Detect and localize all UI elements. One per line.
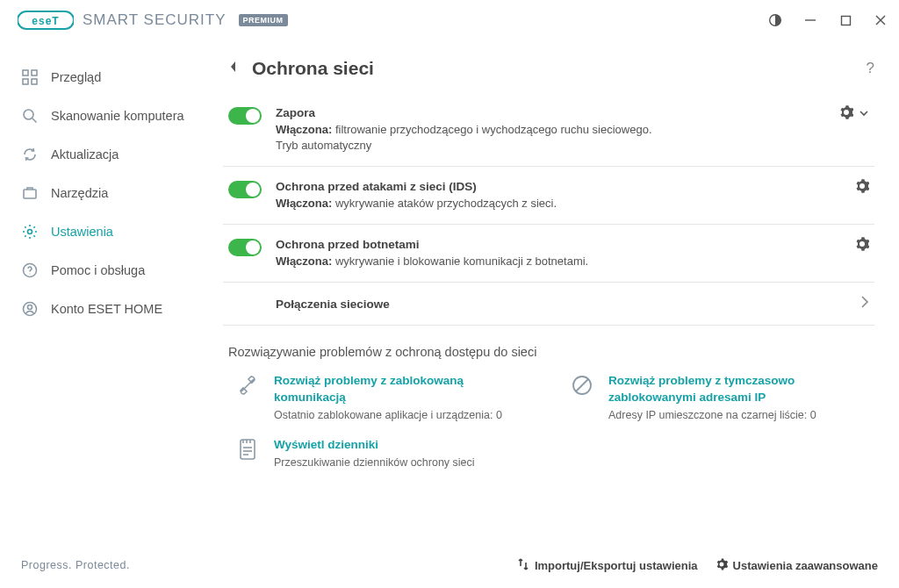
help-icon [21,262,39,279]
sidebar-item-overview[interactable]: Przegląd [0,58,207,97]
svg-line-20 [576,379,588,391]
sidebar: Przegląd Skanowanie komputera Aktualizac… [0,40,207,542]
sidebar-item-label: Aktualizacja [51,147,119,161]
module-title: Ochrona przed botnetami [276,237,841,254]
sidebar-item-label: Narzędzia [51,186,108,200]
module-firewall: Zapora Włączona: filtrowanie przychodząc… [223,93,874,167]
chevron-right-icon [860,295,869,312]
module-title: Zapora [276,105,825,122]
brand: eseT SMART SECURITY PREMIUM [18,10,288,31]
troubleshoot-link[interactable]: Wyświetl dzienniki [274,437,475,453]
svg-rect-9 [23,79,28,84]
svg-point-14 [28,230,32,234]
svg-rect-4 [841,16,850,25]
toggle-firewall[interactable] [228,107,262,125]
troubleshoot-blocked-communication: Rozwiąż problemy z zablokowaną komunikac… [235,373,535,420]
troubleshoot-link[interactable]: Rozwiąż problemy z tymczasowo zablokowan… [608,373,869,405]
svg-rect-8 [32,70,37,75]
close-button[interactable] [873,12,888,28]
wrench-icon [235,373,262,399]
svg-rect-7 [23,70,28,75]
product-badge: PREMIUM [239,14,288,26]
titlebar: eseT SMART SECURITY PREMIUM [0,0,899,40]
svg-point-18 [28,305,32,310]
contrast-icon[interactable] [767,12,783,28]
sidebar-item-label: Skanowanie komputera [51,109,184,123]
module-title: Ochrona przed atakami z sieci (IDS) [276,179,841,196]
sidebar-item-settings[interactable]: Ustawienia [0,212,207,251]
module-gear-button[interactable] [855,237,869,255]
toggle-ids[interactable] [228,181,262,198]
svg-text:eseT: eseT [32,15,59,27]
slogan: Progress. Protected. [21,559,130,571]
help-button[interactable]: ? [867,60,874,77]
linkrow-label: Połączenia sieciowe [276,298,390,311]
product-name: SMART SECURITY [83,11,227,29]
troubleshoot-section-title: Rozwiązywanie problemów z ochroną dostęp… [223,326,874,369]
update-icon [21,146,39,163]
module-status-label: Włączona: [276,197,332,210]
scan-icon [21,107,39,125]
sidebar-item-help[interactable]: Pomoc i obsługa [0,251,207,290]
svg-line-12 [32,118,37,123]
advanced-settings-link[interactable]: Ustawienia zaawansowane [716,558,878,573]
settings-icon [21,223,39,240]
gear-icon [716,558,728,573]
module-gear-button[interactable] [839,105,853,123]
account-icon [21,300,39,318]
sidebar-item-label: Przegląd [51,70,101,84]
module-status-label: Włączona: [276,123,332,136]
module-status-desc: wykrywanie i blokowanie komunikacji z bo… [335,255,588,268]
sidebar-item-account[interactable]: Konto ESET HOME [0,290,207,328]
network-connections-link[interactable]: Połączenia sieciowe [223,283,874,326]
troubleshoot-sub: Adresy IP umieszczone na czarnej liście:… [608,409,869,421]
minimize-button[interactable] [802,12,818,28]
module-botnet: Ochrona przed botnetami Włączona: wykryw… [223,225,874,283]
module-extra: Tryb automatyczny [276,138,825,154]
import-export-icon [517,558,529,573]
back-button[interactable] [228,60,238,77]
sidebar-item-tools[interactable]: Narzędzia [0,174,207,212]
sidebar-item-label: Konto ESET HOME [51,302,162,316]
sidebar-item-scan[interactable]: Skanowanie komputera [0,97,207,135]
advanced-settings-label: Ustawienia zaawansowane [733,559,878,572]
import-export-label: Importuj/Eksportuj ustawienia [535,559,698,572]
module-gear-button[interactable] [855,179,869,197]
page-title: Ochrona sieci [252,58,374,79]
troubleshoot-sub: Ostatnio zablokowane aplikacje i urządze… [274,409,535,421]
toggle-botnet[interactable] [228,239,262,256]
troubleshoot-blocked-ip: Rozwiąż problemy z tymczasowo zablokowan… [570,373,869,420]
sidebar-item-label: Ustawienia [51,225,113,239]
module-status-desc: filtrowanie przychodzącego i wychodząceg… [335,123,652,136]
chevron-down-icon[interactable] [859,106,869,122]
tools-icon [21,184,39,202]
maximize-button[interactable] [838,12,853,28]
block-icon [570,373,596,399]
eset-logo: eseT [18,10,74,31]
svg-point-11 [24,110,33,119]
svg-rect-13 [24,190,36,198]
overview-icon [21,68,39,86]
troubleshoot-link[interactable]: Rozwiąż problemy z zablokowaną komunikac… [274,373,535,405]
troubleshoot-view-logs: Wyświetl dzienniki Przeszukiwanie dzienn… [235,437,535,469]
module-status-label: Włączona: [276,255,332,268]
module-status-desc: wykrywanie ataków przychodzących z sieci… [335,197,557,210]
footer: Progress. Protected. Importuj/Eksportuj … [0,542,899,588]
log-icon [235,437,262,463]
svg-rect-10 [32,79,37,84]
module-ids: Ochrona przed atakami z sieci (IDS) Włąc… [223,167,874,225]
svg-point-16 [29,273,30,274]
troubleshoot-sub: Przeszukiwanie dzienników ochrony sieci [274,456,475,469]
sidebar-item-update[interactable]: Aktualizacja [0,135,207,174]
main-content: Ochrona sieci ? Zapora Włączona: filtrow… [207,40,899,542]
sidebar-item-label: Pomoc i obsługa [51,263,145,277]
import-export-link[interactable]: Importuj/Eksportuj ustawienia [517,558,698,573]
